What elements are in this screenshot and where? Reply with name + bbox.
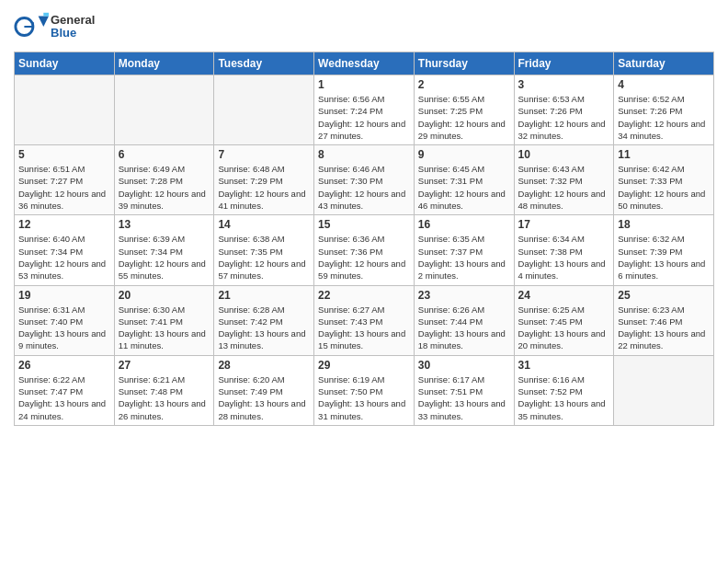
day-number: 28	[218, 359, 310, 372]
sunrise: Sunrise: 6:51 AM	[18, 164, 85, 174]
calendar-cell: 17Sunrise: 6:34 AMSunset: 7:38 PMDayligh…	[514, 215, 614, 285]
daylight: Daylight: 12 hours and 46 minutes.	[418, 189, 506, 211]
calendar-cell: 24Sunrise: 6:25 AMSunset: 7:45 PMDayligh…	[514, 285, 614, 355]
logo: General Blue	[14, 9, 95, 44]
day-number: 24	[518, 289, 610, 302]
sunset: Sunset: 7:40 PM	[18, 316, 83, 327]
daylight: Daylight: 12 hours and 36 minutes.	[18, 189, 106, 211]
calendar-cell: 20Sunrise: 6:30 AMSunset: 7:41 PMDayligh…	[114, 285, 214, 355]
calendar-week-5: 26Sunrise: 6:22 AMSunset: 7:47 PMDayligh…	[15, 355, 714, 425]
daylight: Daylight: 13 hours and 11 minutes.	[119, 328, 206, 350]
svg-marker-2	[43, 13, 49, 17]
daylight: Daylight: 13 hours and 18 minutes.	[418, 328, 506, 350]
sunrise: Sunrise: 6:53 AM	[518, 94, 585, 104]
calendar-cell: 26Sunrise: 6:22 AMSunset: 7:47 PMDayligh…	[15, 355, 115, 425]
day-info: Sunrise: 6:35 AMSunset: 7:37 PMDaylight:…	[418, 233, 510, 282]
sunset: Sunset: 7:37 PM	[418, 247, 483, 257]
sunset: Sunset: 7:49 PM	[218, 386, 282, 396]
daylight: Daylight: 12 hours and 55 minutes.	[119, 259, 206, 281]
day-number: 11	[618, 148, 710, 161]
sunset: Sunset: 7:50 PM	[318, 386, 382, 396]
day-info: Sunrise: 6:28 AMSunset: 7:42 PMDaylight:…	[218, 304, 310, 352]
day-number: 31	[518, 359, 610, 372]
col-tuesday: Tuesday	[214, 52, 314, 75]
sunrise: Sunrise: 6:21 AM	[119, 374, 185, 385]
daylight: Daylight: 13 hours and 22 minutes.	[618, 328, 705, 350]
sunrise: Sunrise: 6:35 AM	[418, 234, 484, 244]
daylight: Daylight: 13 hours and 13 minutes.	[218, 328, 305, 350]
sunset: Sunset: 7:26 PM	[518, 106, 583, 116]
daylight: Daylight: 12 hours and 39 minutes.	[119, 189, 206, 211]
sunrise: Sunrise: 6:55 AM	[418, 94, 484, 104]
daylight: Daylight: 12 hours and 41 minutes.	[218, 189, 305, 211]
calendar-cell: 13Sunrise: 6:39 AMSunset: 7:34 PMDayligh…	[114, 215, 214, 285]
sunset: Sunset: 7:34 PM	[119, 247, 183, 257]
daylight: Daylight: 13 hours and 9 minutes.	[18, 328, 106, 350]
day-info: Sunrise: 6:23 AMSunset: 7:46 PMDaylight:…	[618, 304, 710, 352]
sunrise: Sunrise: 6:19 AM	[318, 374, 384, 385]
day-number: 20	[119, 289, 210, 302]
sunset: Sunset: 7:39 PM	[618, 247, 682, 257]
calendar-cell: 3Sunrise: 6:53 AMSunset: 7:26 PMDaylight…	[514, 75, 614, 145]
daylight: Daylight: 13 hours and 2 minutes.	[418, 259, 506, 281]
sunset: Sunset: 7:28 PM	[119, 176, 183, 186]
daylight: Daylight: 13 hours and 4 minutes.	[518, 259, 606, 281]
daylight: Daylight: 13 hours and 24 minutes.	[18, 398, 106, 420]
day-info: Sunrise: 6:25 AMSunset: 7:45 PMDaylight:…	[518, 304, 610, 352]
sunset: Sunset: 7:27 PM	[18, 176, 83, 186]
day-number: 5	[18, 148, 110, 161]
day-info: Sunrise: 6:49 AMSunset: 7:28 PMDaylight:…	[119, 163, 210, 212]
day-number: 16	[418, 218, 510, 231]
sunset: Sunset: 7:30 PM	[318, 176, 382, 186]
calendar-cell: 12Sunrise: 6:40 AMSunset: 7:34 PMDayligh…	[15, 215, 115, 285]
col-monday: Monday	[114, 52, 214, 75]
day-info: Sunrise: 6:30 AMSunset: 7:41 PMDaylight:…	[119, 304, 210, 352]
daylight: Daylight: 13 hours and 33 minutes.	[418, 398, 506, 420]
day-number: 10	[518, 148, 610, 161]
day-info: Sunrise: 6:40 AMSunset: 7:34 PMDaylight:…	[18, 233, 110, 282]
sunrise: Sunrise: 6:52 AM	[618, 94, 684, 104]
day-number: 19	[18, 289, 110, 302]
calendar-cell: 21Sunrise: 6:28 AMSunset: 7:42 PMDayligh…	[214, 285, 314, 355]
sunset: Sunset: 7:32 PM	[518, 176, 583, 186]
day-info: Sunrise: 6:16 AMSunset: 7:52 PMDaylight:…	[518, 373, 610, 422]
sunrise: Sunrise: 6:17 AM	[418, 374, 484, 385]
calendar-cell	[614, 355, 714, 425]
sunset: Sunset: 7:36 PM	[318, 247, 382, 257]
calendar-cell: 15Sunrise: 6:36 AMSunset: 7:36 PMDayligh…	[314, 215, 415, 285]
calendar-cell: 27Sunrise: 6:21 AMSunset: 7:48 PMDayligh…	[114, 355, 214, 425]
daylight: Daylight: 13 hours and 35 minutes.	[518, 398, 606, 420]
calendar-cell: 23Sunrise: 6:26 AMSunset: 7:44 PMDayligh…	[414, 285, 514, 355]
sunset: Sunset: 7:46 PM	[618, 316, 682, 327]
sunset: Sunset: 7:47 PM	[18, 386, 83, 396]
day-number: 17	[518, 218, 610, 231]
day-info: Sunrise: 6:38 AMSunset: 7:35 PMDaylight:…	[218, 233, 310, 282]
day-number: 22	[318, 289, 410, 302]
sunset: Sunset: 7:35 PM	[218, 247, 282, 257]
day-info: Sunrise: 6:21 AMSunset: 7:48 PMDaylight:…	[119, 373, 210, 422]
day-number: 9	[418, 148, 510, 161]
calendar-cell: 30Sunrise: 6:17 AMSunset: 7:51 PMDayligh…	[414, 355, 514, 425]
sunset: Sunset: 7:33 PM	[618, 176, 682, 186]
sunrise: Sunrise: 6:34 AM	[518, 234, 585, 244]
daylight: Daylight: 13 hours and 20 minutes.	[518, 328, 606, 350]
day-info: Sunrise: 6:51 AMSunset: 7:27 PMDaylight:…	[18, 163, 110, 212]
daylight: Daylight: 12 hours and 29 minutes.	[418, 119, 506, 141]
day-info: Sunrise: 6:43 AMSunset: 7:32 PMDaylight:…	[518, 163, 610, 212]
calendar-cell: 29Sunrise: 6:19 AMSunset: 7:50 PMDayligh…	[314, 355, 415, 425]
sunrise: Sunrise: 6:27 AM	[318, 304, 384, 315]
day-info: Sunrise: 6:52 AMSunset: 7:26 PMDaylight:…	[618, 93, 710, 142]
daylight: Daylight: 12 hours and 57 minutes.	[218, 259, 305, 281]
header: General Blue	[14, 9, 714, 44]
sunrise: Sunrise: 6:38 AM	[218, 234, 284, 244]
calendar-week-2: 5Sunrise: 6:51 AMSunset: 7:27 PMDaylight…	[15, 145, 714, 215]
calendar-week-1: 1Sunrise: 6:56 AMSunset: 7:24 PMDaylight…	[15, 75, 714, 145]
daylight: Daylight: 12 hours and 50 minutes.	[618, 189, 705, 211]
sunrise: Sunrise: 6:30 AM	[119, 304, 185, 315]
daylight: Daylight: 12 hours and 34 minutes.	[618, 119, 705, 141]
calendar-cell: 18Sunrise: 6:32 AMSunset: 7:39 PMDayligh…	[614, 215, 714, 285]
day-number: 26	[18, 359, 110, 372]
day-number: 13	[119, 218, 210, 231]
sunrise: Sunrise: 6:28 AM	[218, 304, 284, 315]
calendar-cell: 19Sunrise: 6:31 AMSunset: 7:40 PMDayligh…	[15, 285, 115, 355]
